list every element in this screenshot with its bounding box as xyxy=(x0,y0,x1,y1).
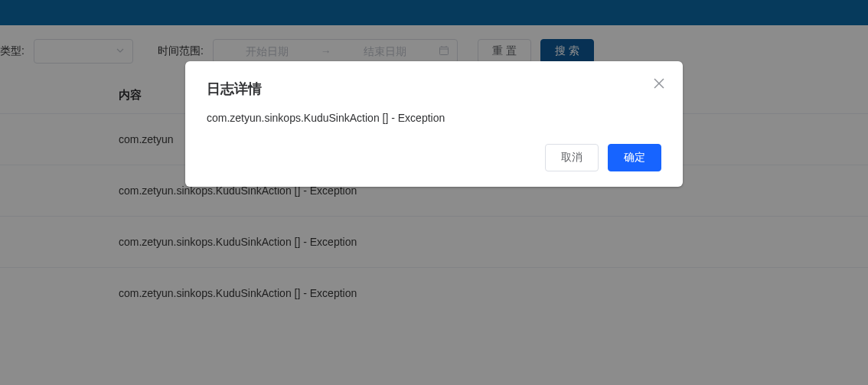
close-icon[interactable] xyxy=(652,77,666,93)
confirm-button[interactable]: 确定 xyxy=(608,144,661,171)
modal-footer: 取消 确定 xyxy=(207,144,661,171)
cancel-button[interactable]: 取消 xyxy=(545,144,599,171)
modal-title: 日志详情 xyxy=(207,80,661,98)
log-detail-modal: 日志详情 com.zetyun.sinkops.KuduSinkAction [… xyxy=(185,61,683,187)
modal-overlay[interactable]: 日志详情 com.zetyun.sinkops.KuduSinkAction [… xyxy=(0,0,868,385)
modal-content: com.zetyun.sinkops.KuduSinkAction [] - E… xyxy=(207,112,661,124)
